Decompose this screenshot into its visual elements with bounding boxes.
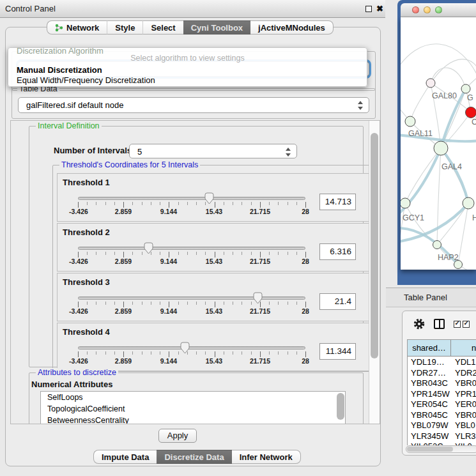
network-graph[interactable]: GAL80GGAL11CGAL4GCY1HHAP2 [401,17,476,270]
discretization-algorithm-label: Discretization Algorithm [17,46,104,56]
threshold-4-value-field[interactable]: 11.344 [319,343,356,360]
checkbox-icon[interactable] [463,321,470,328]
threshold-1-slider[interactable] [78,197,305,200]
network-view-window: GAL80GGAL11CGAL4GCY1HHAP2 [397,0,476,285]
node-table: shared… na YDL19…YDL1 YDR27…YDR2 YBR043C… [407,339,476,445]
threshold-4-slider[interactable] [78,346,305,349]
slider-ticks [78,351,306,357]
table-row[interactable]: YBL079WYBL0 [408,420,476,431]
gear-icon[interactable] [413,318,425,330]
slider-ticks [78,252,306,257]
table-horizontal-scrollbar[interactable] [406,445,476,453]
tab-jactivemnodules[interactable]: jActiveMNodules [250,20,334,35]
tab-label: Network [66,21,99,35]
list-item[interactable]: BetweennessCentrality [41,415,345,424]
svg-text:G: G [467,93,473,102]
threshold-1-value-field[interactable]: 14.713 [319,194,356,210]
float-panel-icon[interactable] [365,6,372,12]
attributes-group-title: Attributes to discretize [36,368,118,377]
list-item[interactable]: TopologicalCoefficient [41,403,345,415]
svg-text:H: H [472,213,476,222]
network-canvas[interactable]: GAL80GGAL11CGAL4GCY1HHAP2 [401,17,476,270]
network-window-titlebar [401,3,476,17]
minimize-window-button[interactable] [424,6,431,13]
column-header-shared-name[interactable]: shared… [408,340,451,357]
table-panel-title: Table Panel [404,293,447,302]
spinner-arrows-icon [357,100,364,111]
table-data-value: galFiltered.sif default node [26,100,123,110]
table-row[interactable]: YER054CYER0 [408,399,476,410]
apply-button[interactable]: Apply [158,429,197,443]
threshold-1-label: Threshold 1 [63,178,110,187]
table-row[interactable]: YDR27…YDR2 [408,368,476,379]
svg-text:C: C [472,118,476,127]
table-row[interactable]: YBR043CYBR0 [408,378,476,389]
numerical-attributes-list[interactable]: SelfLoops TopologicalCoefficient Between… [40,391,346,424]
close-icon[interactable]: ✖ [376,4,383,14]
threshold-4-row: Threshold 4 -3.426 2.859 9.144 15.43 21.… [57,323,374,371]
svg-text:HAP2: HAP2 [438,253,459,262]
tab-impute-data[interactable]: Impute Data [93,450,157,464]
app-root: Control Panel ✖ Network Style Select Cyn… [0,0,476,476]
tab-discretize-data[interactable]: Discretize Data [157,450,231,464]
table-row[interactable]: YBR045CYBR0 [408,410,476,421]
settings-scrollbar[interactable] [369,121,380,424]
bottom-tabbar: Impute Data Discretize Data Infer Networ… [93,450,301,464]
number-of-intervals-value: 5 [137,147,142,157]
threshold-2-row: Threshold 2 -3.426 2.859 9.144 15.43 21.… [57,223,374,272]
control-panel-titlebar: Control Panel ✖ [0,0,385,18]
threshold-coordinates-title: Threshold's Coordinates for 5 Intervals [59,160,200,169]
list-scrollbar[interactable] [337,393,344,420]
scrollbar-thumb[interactable] [407,447,453,452]
threshold-2-value-field[interactable]: 6.316 [319,243,356,260]
table-row[interactable]: YDL19…YDL1 [408,357,476,368]
table-data-combobox[interactable]: galFiltered.sif default node [18,97,369,113]
number-of-intervals-combobox[interactable]: 5 [129,144,297,158]
numerical-attributes-label: Numerical Attributes [31,380,112,389]
number-of-intervals-label: Number of Intervals [54,146,132,155]
svg-text:GAL11: GAL11 [408,129,433,138]
table-row[interactable]: YPR145WYPR1 [408,389,476,400]
interval-definition-title: Interval Definition [36,121,102,130]
attributes-group: Attributes to discretize Numerical Attri… [29,372,364,424]
table-panel-card: shared… na YDL19…YDL1 YDR27…YDR2 YBR043C… [402,311,476,456]
columns-icon[interactable] [434,319,445,329]
table-row[interactable]: YLR345WYLR3 [408,431,476,442]
list-item[interactable]: SelfLoops [41,392,345,403]
svg-text:GCY1: GCY1 [403,213,424,222]
slider-ticks [78,202,306,208]
threshold-3-row: Threshold 3 -3.426 2.859 9.144 15.43 21.… [57,273,374,321]
threshold-2-label: Threshold 2 [63,227,110,237]
threshold-3-value-field[interactable]: 21.4 [319,293,356,310]
tab-style[interactable]: Style [107,20,142,35]
scrollbar-thumb[interactable] [371,133,378,358]
svg-text:GAL80: GAL80 [432,91,457,100]
tab-network[interactable]: Network [47,20,107,35]
tab-cyni-toolbox[interactable]: Cyni Toolbox [183,20,250,35]
checkbox-icon[interactable] [454,321,461,328]
network-icon [55,24,63,32]
panel-title: Control Panel [5,4,56,13]
threshold-2-slider[interactable] [78,247,305,250]
settings-viewport: Interval Definition Number of Intervals … [10,120,380,424]
tab-select[interactable]: Select [142,20,183,35]
svg-text:GAL4: GAL4 [441,162,462,171]
threshold-3-label: Threshold 3 [63,277,110,287]
spinner-arrows-icon [285,146,291,158]
threshold-3-slider[interactable] [78,296,305,300]
column-header-name[interactable]: na [451,340,476,357]
dropdown-option-equal-width[interactable]: Equal Width/Frequency Discretization [10,75,162,85]
zoom-window-button[interactable] [435,6,442,13]
top-tabbar: Network Style Select Cyni Toolbox jActiv… [47,20,334,35]
threshold-4-label: Threshold 4 [63,327,110,337]
slider-ticks [78,302,306,307]
tab-infer-network[interactable]: Infer Network [232,450,301,464]
threshold-coordinates-group: Threshold's Coordinates for 5 Intervals … [52,165,378,372]
table-panel-titlebar: Table Panel [386,288,476,307]
threshold-1-row: Threshold 1 -3.426 2.859 9.144 15.43 21.… [57,173,374,222]
table-header-row: shared… na [408,340,476,357]
dropdown-option-manual[interactable]: Manual Discretization [10,65,109,75]
interval-definition-group: Interval Definition Number of Intervals … [29,126,364,367]
table-rows: YDL19…YDL1 YDR27…YDR2 YBR043CYBR0 YPR145… [408,357,476,446]
close-window-button[interactable] [412,6,419,13]
